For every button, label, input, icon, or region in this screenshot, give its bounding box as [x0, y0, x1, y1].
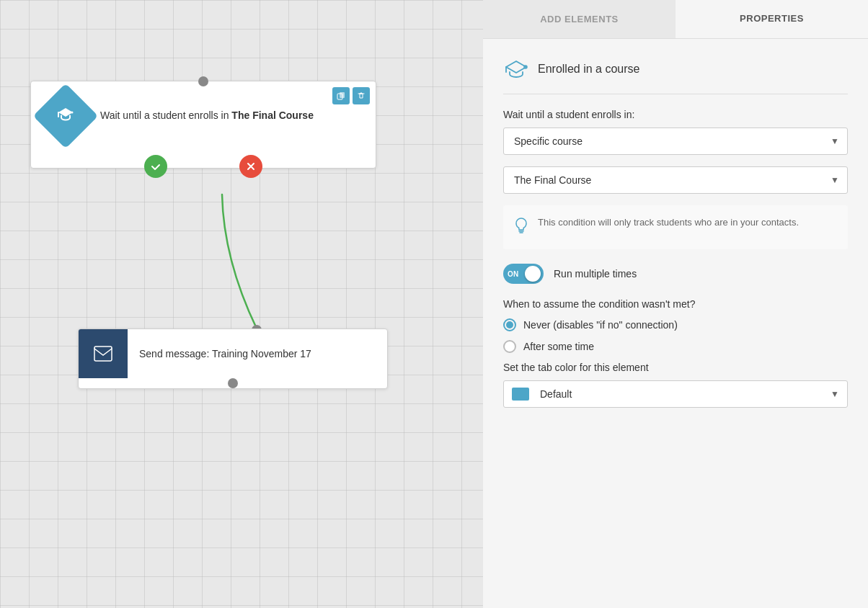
tab-properties[interactable]: PROPERTIES [676, 0, 868, 38]
toggle-row: ON Run multiple times [503, 264, 848, 284]
radio-after-label: After some time [523, 341, 594, 352]
message-node-inner: Send message: Training November 17 [79, 329, 387, 378]
svg-point-2 [71, 112, 74, 114]
section-header: Enrolled in a course [503, 56, 848, 94]
node-actions [332, 87, 370, 104]
course-type-select[interactable]: Specific course [503, 128, 848, 155]
course-name-select-wrapper: The Final Course ▼ [503, 166, 848, 194]
course-enrollment-icon [503, 56, 529, 82]
color-select[interactable]: Default [503, 380, 848, 408]
graduation-icon [56, 104, 76, 128]
radio-after-option[interactable]: After some time [503, 340, 848, 353]
course-type-select-wrapper: Specific course ▼ [503, 128, 848, 155]
message-node: Send message: Training November 17 [78, 328, 388, 389]
lightbulb-icon [513, 217, 529, 239]
radio-never-label: Never (disables "if no" connection) [523, 319, 678, 331]
color-swatch [512, 388, 529, 401]
toggle-on-label: ON [508, 270, 519, 278]
tab-add-elements[interactable]: ADD ELEMENTS [483, 0, 676, 38]
info-text: This condition will only track students … [538, 215, 799, 230]
message-icon-box [79, 329, 128, 378]
radio-never-option[interactable]: Never (disables "if no" connection) [503, 318, 848, 331]
course-name-select[interactable]: The Final Course [503, 166, 848, 194]
bottom-connector-dot [228, 378, 238, 388]
toggle-knob [525, 266, 541, 282]
condition-question: When to assume the condition wasn't met? [503, 298, 848, 310]
message-node-text: Send message: Training November 17 [128, 348, 323, 359]
toggle-description: Run multiple times [554, 268, 637, 280]
enrollment-node-text: Wait until a student enrolls in The Fina… [100, 109, 314, 123]
confirm-button[interactable] [144, 155, 167, 178]
copy-node-button[interactable] [332, 87, 350, 104]
panel-content: Enrolled in a course Wait until a studen… [483, 39, 868, 608]
color-select-wrapper: Default ▼ [503, 380, 848, 408]
radio-after-btn [503, 340, 516, 353]
decline-button[interactable] [239, 155, 262, 178]
color-label: Set the tab color for this element [503, 362, 848, 373]
info-box: This condition will only track students … [503, 205, 848, 249]
node-bottom-buttons [31, 155, 376, 178]
run-multiple-toggle[interactable]: ON [503, 264, 544, 284]
canvas-area: Wait until a student enrolls in The Fina… [0, 0, 483, 608]
envelope-icon [94, 346, 112, 362]
enrollment-node-content: Wait until a student enrolls in The Fina… [43, 93, 364, 139]
right-panel: ADD ELEMENTS PROPERTIES Enrolled in a co… [483, 0, 868, 608]
svg-rect-1 [340, 92, 345, 98]
delete-node-button[interactable] [353, 87, 370, 104]
section-title: Enrolled in a course [538, 63, 639, 76]
enrollment-node: Wait until a student enrolls in The Fina… [30, 81, 376, 169]
radio-never-btn [503, 318, 516, 331]
field-label: Wait until a student enrolls in: [503, 109, 848, 120]
enrollment-icon-diamond [33, 84, 99, 149]
svg-rect-3 [94, 347, 112, 361]
top-connector-dot [198, 76, 208, 86]
panel-tabs: ADD ELEMENTS PROPERTIES [483, 0, 868, 39]
color-section: Set the tab color for this element Defau… [503, 362, 848, 408]
